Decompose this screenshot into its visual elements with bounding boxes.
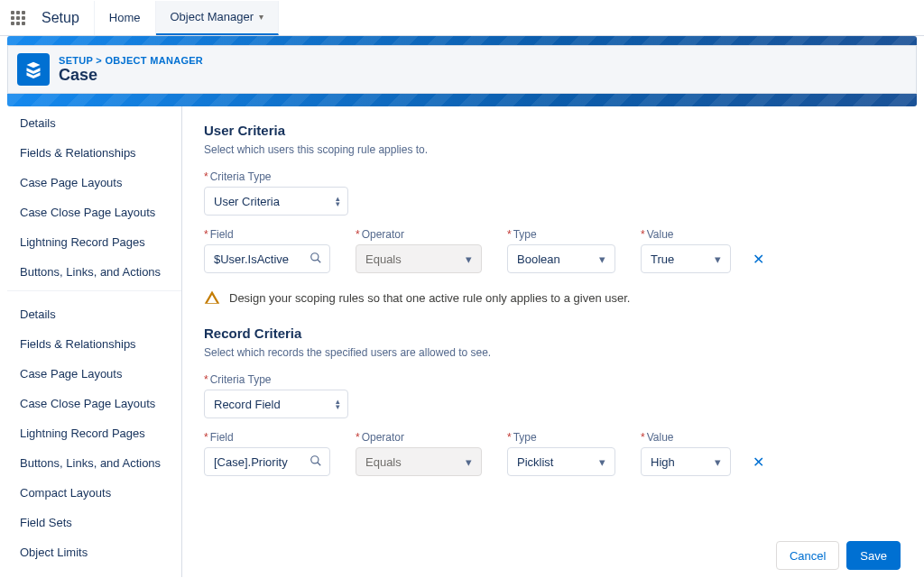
tab-label: Home xyxy=(109,11,141,24)
criteria-type-value: User Criteria xyxy=(214,195,280,208)
tab-object-manager[interactable]: Object Manager ▾ xyxy=(156,1,280,35)
record-field-value: [Case].Priority xyxy=(214,455,288,469)
user-value-value: True xyxy=(651,252,674,266)
warning-icon xyxy=(204,289,220,306)
sidebar-item-record-types[interactable]: Record Types xyxy=(7,567,181,577)
page-title: Case xyxy=(59,66,203,84)
section-help: Select which records the specified users… xyxy=(204,346,895,359)
sidebar[interactable]: Details Fields & Relationships Case Page… xyxy=(7,106,182,577)
sidebar-item-object-limits[interactable]: Object Limits xyxy=(7,537,181,567)
field-label: Field xyxy=(204,431,330,444)
record-type-value: Picklist xyxy=(517,455,553,469)
decor-band-top xyxy=(7,36,917,45)
value-label: Value xyxy=(641,431,731,444)
user-operator-value: Equals xyxy=(365,252,402,266)
svg-line-5 xyxy=(318,462,321,465)
sidebar-item-case-page-layouts[interactable]: Case Page Layouts xyxy=(7,168,181,197)
sidebar-item-case-close-page-layouts[interactable]: Case Close Page Layouts xyxy=(7,197,181,227)
search-icon xyxy=(310,252,322,267)
save-button[interactable]: Save xyxy=(846,541,901,570)
app-launcher-icon[interactable] xyxy=(0,0,36,36)
operator-label: Operator xyxy=(356,228,482,241)
operator-label: Operator xyxy=(356,431,482,444)
chevron-down-icon: ▾ xyxy=(715,252,721,266)
sidebar-item-buttons-links-actions[interactable]: Buttons, Links, and Actions xyxy=(7,257,181,287)
spinner-icon: ▴▾ xyxy=(336,399,340,409)
section-title-record-criteria: Record Criteria xyxy=(204,326,895,341)
sidebar-item-compact-layouts[interactable]: Compact Layouts xyxy=(7,478,181,508)
cancel-button[interactable]: Cancel xyxy=(776,541,839,570)
sidebar-item-lightning-record-pages[interactable]: Lightning Record Pages xyxy=(7,418,181,448)
chevron-down-icon: ▾ xyxy=(259,12,263,22)
type-label: Type xyxy=(507,431,615,444)
svg-rect-3 xyxy=(211,300,213,302)
record-field-lookup[interactable]: [Case].Priority xyxy=(204,447,330,476)
sidebar-item-field-sets[interactable]: Field Sets xyxy=(7,508,181,537)
chevron-down-icon: ▾ xyxy=(466,455,472,469)
svg-point-4 xyxy=(311,455,319,463)
app-name: Setup xyxy=(36,10,94,26)
chevron-down-icon: ▾ xyxy=(715,455,721,469)
type-label: Type xyxy=(507,228,615,241)
spinner-icon: ▴▾ xyxy=(336,196,340,206)
criteria-type-label: Criteria Type xyxy=(204,373,895,386)
criteria-type-label: Criteria Type xyxy=(204,170,895,183)
record-value-select[interactable]: High ▾ xyxy=(641,447,731,476)
section-title-user-criteria: User Criteria xyxy=(204,123,895,138)
svg-point-0 xyxy=(311,252,319,260)
tab-label: Object Manager xyxy=(171,10,254,23)
topbar: Setup Home Object Manager ▾ xyxy=(0,0,924,36)
sidebar-item-details[interactable]: Details xyxy=(7,299,181,329)
sidebar-item-case-close-page-layouts[interactable]: Case Close Page Layouts xyxy=(7,389,181,418)
search-icon xyxy=(310,454,322,470)
sidebar-divider xyxy=(7,290,181,299)
page-header: SETUP > OBJECT MANAGER Case xyxy=(7,45,917,94)
object-icon xyxy=(17,53,50,86)
sidebar-item-buttons-links-actions[interactable]: Buttons, Links, and Actions xyxy=(7,448,181,478)
body: Details Fields & Relationships Case Page… xyxy=(7,106,917,577)
svg-rect-2 xyxy=(211,297,213,300)
chevron-down-icon: ▾ xyxy=(466,252,472,266)
footer: Cancel Save xyxy=(776,541,901,570)
record-type-select[interactable]: Picklist ▾ xyxy=(507,447,615,476)
tab-home[interactable]: Home xyxy=(94,1,156,35)
user-value-select[interactable]: True ▾ xyxy=(641,244,731,273)
user-operator-select[interactable]: Equals ▾ xyxy=(356,244,482,273)
sidebar-item-fields-relationships[interactable]: Fields & Relationships xyxy=(7,138,181,168)
chevron-down-icon: ▾ xyxy=(599,252,605,266)
value-label: Value xyxy=(641,228,731,241)
decor-band-bottom xyxy=(7,94,917,106)
warning-text: Design your scoping rules so that one ac… xyxy=(229,291,630,305)
svg-line-1 xyxy=(318,259,321,262)
sidebar-item-case-page-layouts[interactable]: Case Page Layouts xyxy=(7,359,181,389)
breadcrumb[interactable]: SETUP > OBJECT MANAGER xyxy=(59,55,203,66)
remove-row-button[interactable]: ✕ xyxy=(753,447,764,476)
warning-banner: Design your scoping rules so that one ac… xyxy=(204,273,895,326)
section-help: Select which users this scoping rule app… xyxy=(204,143,895,156)
sidebar-item-details[interactable]: Details xyxy=(7,108,181,138)
user-field-value: $User.IsActive xyxy=(214,252,289,266)
record-criteria-type-select[interactable]: Record Field ▴▾ xyxy=(204,390,348,418)
field-label: Field xyxy=(204,228,330,241)
user-type-value: Boolean xyxy=(517,252,560,266)
record-value-value: High xyxy=(651,455,675,469)
record-operator-select[interactable]: Equals ▾ xyxy=(356,447,482,476)
record-criteria-type-value: Record Field xyxy=(214,398,281,411)
user-field-lookup[interactable]: $User.IsActive xyxy=(204,244,330,273)
chevron-down-icon: ▾ xyxy=(599,455,605,469)
content-scroll[interactable]: User Criteria Select which users this sc… xyxy=(182,106,917,577)
sidebar-item-fields-relationships[interactable]: Fields & Relationships xyxy=(7,329,181,359)
record-operator-value: Equals xyxy=(365,455,402,469)
remove-row-button[interactable]: ✕ xyxy=(753,244,764,273)
sidebar-item-lightning-record-pages[interactable]: Lightning Record Pages xyxy=(7,227,181,257)
user-type-select[interactable]: Boolean ▾ xyxy=(507,244,615,273)
criteria-type-select[interactable]: User Criteria ▴▾ xyxy=(204,187,348,216)
